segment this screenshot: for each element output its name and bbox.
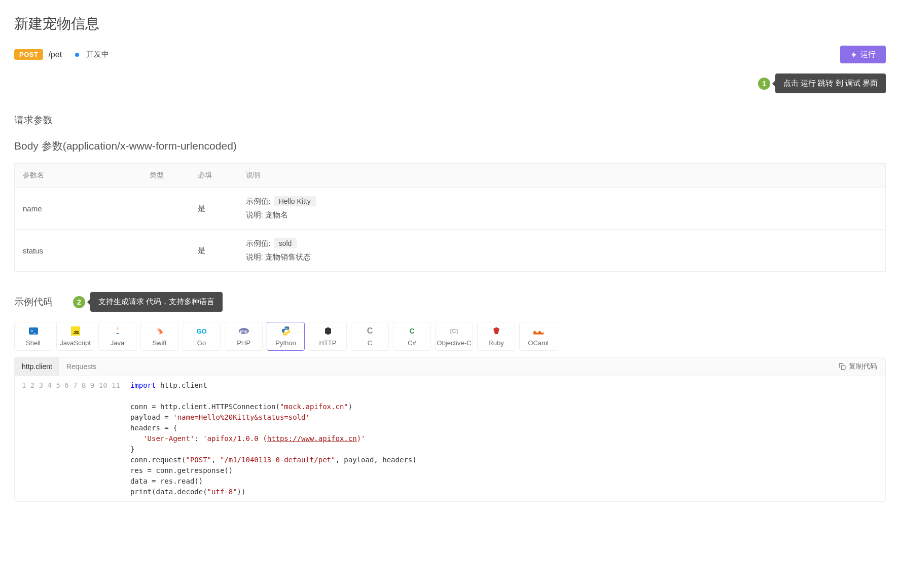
lang-label: Go (197, 339, 206, 347)
lang-tab-c[interactable]: CC (351, 322, 389, 351)
language-tabs: >_ShellJSJavaScriptJavaSwiftGOGophpPHPPy… (14, 322, 886, 351)
code-section-header: 示例代码 2 支持生成请求 代码，支持多种语言 (14, 292, 886, 312)
shell-icon: >_ (28, 326, 39, 336)
lang-tab-php[interactable]: phpPHP (225, 322, 263, 351)
ruby-icon (491, 326, 501, 336)
svg-rect-2 (841, 365, 845, 370)
java-icon (113, 326, 123, 336)
code-lines[interactable]: import http.client conn = http.client.HT… (125, 376, 885, 501)
meta-row: POST /pet 开发中 运行 (14, 46, 886, 63)
lang-label: OCaml (528, 339, 548, 347)
lang-label: HTTP (319, 339, 337, 347)
dev-status: 开发中 (86, 50, 109, 59)
param-type (141, 188, 190, 230)
annotation-1: 1 点击 运行 跳转 到 调试 界面 (14, 74, 886, 93)
annotation-tooltip-2: 支持生成请求 代码，支持多种语言 (90, 292, 223, 312)
copy-code-label: 复制代码 (849, 362, 877, 371)
lang-label: PHP (237, 339, 250, 347)
lang-label: Swift (152, 339, 166, 347)
param-type (141, 230, 190, 272)
lang-tab-ruby[interactable]: Ruby (477, 322, 515, 351)
lang-tab-ocaml[interactable]: OCaml (519, 322, 557, 351)
python-icon (281, 326, 291, 336)
lang-tab-shell[interactable]: >_Shell (14, 322, 52, 351)
param-table: 参数名 类型 必填 说明 name 是 示例值:Hello Kitty 说明: … (14, 163, 886, 272)
lang-label: Ruby (488, 339, 503, 347)
copy-icon (839, 363, 846, 370)
example-value: Hello Kitty (274, 196, 316, 206)
th-description: 说明 (238, 164, 886, 188)
annotation-badge-1: 1 (758, 78, 770, 90)
lang-tab-python[interactable]: Python (267, 322, 305, 351)
lang-tab-swift[interactable]: Swift (140, 322, 178, 351)
lang-label: Java (111, 339, 124, 347)
run-button-label: 运行 (860, 50, 876, 59)
annotation-badge-2: 2 (73, 296, 85, 308)
param-name: status (15, 230, 141, 272)
ocaml-icon (533, 326, 544, 336)
body-params-heading: Body 参数(application/x-www-form-urlencode… (14, 139, 886, 153)
lang-label: Shell (26, 339, 41, 347)
objective-c-icon: [C] (449, 326, 459, 336)
lightning-icon (850, 51, 857, 58)
param-name: name (15, 188, 141, 230)
lang-label: C# (408, 339, 416, 347)
lang-label: Objective-C (437, 339, 472, 347)
th-name: 参数名 (15, 164, 141, 188)
lang-label: C (368, 339, 372, 347)
sub-tab-Requests[interactable]: Requests (59, 357, 103, 376)
table-row: name 是 示例值:Hello Kitty 说明: 宠物名 (15, 188, 886, 230)
lang-label: Python (275, 339, 296, 347)
svg-point-0 (284, 327, 284, 328)
php-icon: php (239, 326, 249, 336)
sample-code-heading: 示例代码 (14, 296, 53, 309)
lang-tab-go[interactable]: GOGo (183, 322, 221, 351)
run-button[interactable]: 运行 (840, 46, 886, 63)
api-path: /pet (48, 50, 62, 59)
status-dot-icon (75, 53, 79, 57)
sub-tab-http-client[interactable]: http.client (15, 357, 59, 376)
c#-icon: C (407, 326, 417, 336)
param-description: 示例值:Hello Kitty 说明: 宠物名 (238, 188, 886, 230)
param-description: 示例值:sold 说明: 宠物销售状态 (238, 230, 886, 272)
lang-tab-java[interactable]: Java (98, 322, 136, 351)
meta-left: POST /pet 开发中 (14, 49, 109, 60)
lang-tab-objective-c[interactable]: [C]Objective-C (435, 322, 473, 351)
javascript-icon: JS (70, 326, 81, 336)
line-numbers: 1 2 3 4 5 6 7 8 9 10 11 (15, 376, 125, 501)
table-row: status 是 示例值:sold 说明: 宠物销售状态 (15, 230, 886, 272)
code-body: 1 2 3 4 5 6 7 8 9 10 11 import http.clie… (15, 376, 885, 501)
request-params-heading: 请求参数 (14, 114, 886, 127)
th-type: 类型 (141, 164, 190, 188)
lang-label: JavaScript (60, 339, 91, 347)
swift-icon (155, 326, 165, 336)
method-badge: POST (14, 49, 43, 60)
c-icon: C (365, 326, 375, 336)
http-icon (323, 326, 333, 336)
lang-tab-csharp[interactable]: CC# (393, 322, 431, 351)
lang-tab-http[interactable]: HTTP (309, 322, 347, 351)
example-value: sold (274, 238, 297, 248)
go-icon: GO (197, 326, 207, 336)
annotation-tooltip-1: 点击 运行 跳转 到 调试 界面 (775, 74, 886, 93)
code-block: http.clientRequests 复制代码 1 2 3 4 5 6 7 8… (14, 357, 886, 502)
lang-tab-javascript[interactable]: JSJavaScript (56, 322, 94, 351)
code-toolbar: http.clientRequests 复制代码 (15, 357, 885, 376)
sub-tabs: http.clientRequests (15, 357, 103, 376)
page-title: 新建宠物信息 (14, 14, 886, 33)
copy-code-button[interactable]: 复制代码 (831, 362, 885, 371)
svg-point-1 (286, 334, 287, 335)
th-required: 必填 (190, 164, 238, 188)
param-required: 是 (190, 188, 238, 230)
param-required: 是 (190, 230, 238, 272)
